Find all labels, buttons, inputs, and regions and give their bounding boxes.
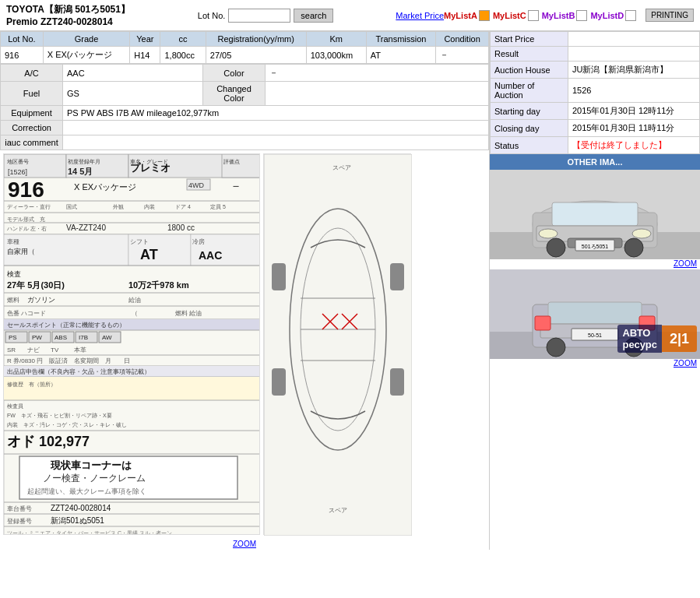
svg-text:PW: PW — [32, 334, 42, 341]
changed-color-value — [266, 82, 489, 106]
mylist-a-checkbox[interactable] — [479, 10, 490, 21]
svg-text:初度登録年月: 初度登録年月 — [68, 159, 100, 164]
mylist-d-checkbox[interactable] — [625, 10, 636, 21]
condition-value: － — [436, 47, 489, 64]
inspection-svg: 地区番号 初度登録年月 車名・グレード 評価点 [1526] 14 5月 プレミ… — [4, 154, 260, 535]
svg-text:501ろ5051: 501ろ5051 — [582, 244, 608, 249]
svg-rect-129 — [548, 302, 642, 324]
col-lot-no: Lot No. — [1, 32, 44, 47]
svg-text:モデル形式　充: モデル形式 充 — [7, 216, 45, 223]
changed-color-label: Changed Color — [203, 82, 266, 106]
svg-text:検査員: 検査員 — [7, 403, 23, 410]
svg-text:ノー検査・ノークレーム: ノー検査・ノークレーム — [43, 473, 146, 484]
svg-text:AW: AW — [102, 334, 112, 341]
svg-text:4WD: 4WD — [188, 181, 205, 189]
inspection-area: 地区番号 初度登録年月 車名・グレード 評価点 [1526] 14 5月 プレミ… — [0, 150, 489, 538]
closing-day-label: Closing day — [491, 120, 568, 137]
other-images-header: OTHER IMA... — [490, 154, 700, 170]
vehicle-table: Lot No. Grade Year cc Registration(yy/mm… — [0, 31, 489, 64]
svg-text:地区番号: 地区番号 — [6, 159, 29, 164]
col-registration: Registration(yy/mm) — [206, 32, 306, 47]
registration-value: 27/05 — [206, 47, 306, 64]
svg-rect-117 — [552, 202, 638, 226]
svg-text:ツール・ミニエア・タイヤ・バー・サービス C・黒縄 スル・者: ツール・ミニエア・タイヤ・バー・サービス C・黒縄 スル・者ーン — [7, 530, 172, 535]
svg-rect-107 — [390, 368, 404, 396]
mylist-c-checkbox[interactable] — [528, 10, 539, 21]
svg-text:ナビ: ナビ — [27, 346, 40, 354]
right-panel: Start Price Result Auction House JU新潟【新潟… — [490, 31, 700, 550]
svg-rect-105 — [390, 263, 404, 290]
lot-no-label: Lot No. — [198, 11, 225, 20]
svg-text:オド 102,977: オド 102,977 — [7, 434, 90, 449]
inspection-zoom-link[interactable]: ZOOM — [6, 540, 483, 548]
svg-text:定員 5: 定員 5 — [210, 204, 226, 210]
watermark-number: 2|1 — [662, 325, 697, 353]
svg-text:給油: 給油 — [128, 297, 141, 304]
search-input[interactable] — [228, 9, 290, 23]
svg-text:VA-ZZT240: VA-ZZT240 — [66, 223, 106, 232]
svg-rect-97 — [264, 154, 412, 536]
car-front-image: 501ろ5051 — [490, 170, 700, 259]
svg-point-135 — [547, 338, 565, 357]
svg-text:起起問違い、最大クレーム事項を除く: 起起問違い、最大クレーム事項を除く — [27, 487, 146, 495]
car-diagram: スペア — [263, 153, 411, 535]
svg-text:（: （ — [82, 310, 138, 317]
svg-text:セールスポイント（正常に機能するもの）: セールスポイント（正常に機能するもの） — [7, 322, 125, 329]
vehicle-title: TOYOTA【新潟 501ろ5051】 Premio ZZT240-002801… — [6, 3, 182, 27]
left-panel: Lot No. Grade Year cc Registration(yy/mm… — [0, 31, 490, 550]
printing-button[interactable]: PRINTING — [645, 9, 694, 22]
status-value: 【受付は終了しました】 — [568, 137, 700, 154]
svg-text:[1526]: [1526] — [8, 168, 27, 176]
inspection-doc: 地区番号 初度登録年月 車名・グレード 評価点 [1526] 14 5月 プレミ… — [3, 153, 260, 535]
car-front-container: 501ろ5051 ZOOM — [490, 170, 700, 268]
ac-value: AAC — [63, 65, 203, 82]
correction-label: Correction — [1, 121, 63, 135]
iauc-comment-value — [63, 135, 489, 150]
svg-rect-76 — [4, 377, 260, 400]
auction-house-value: JU新潟【新潟県新潟市】 — [568, 62, 700, 79]
col-km: Km — [306, 32, 366, 47]
svg-text:TV: TV — [51, 346, 59, 354]
svg-text:色番 ハコード: 色番 ハコード — [7, 310, 46, 317]
search-button[interactable]: search — [294, 9, 333, 23]
starting-day-label: Starting day — [491, 103, 568, 120]
svg-rect-131 — [535, 316, 551, 330]
svg-text:国式: 国式 — [66, 204, 77, 209]
front-zoom-link[interactable]: ZOOM — [490, 259, 700, 268]
col-transmission: Transmission — [366, 32, 436, 47]
market-price-link[interactable]: Market Price — [396, 11, 444, 20]
svg-text:検査: 検査 — [7, 270, 21, 278]
svg-text:916: 916 — [8, 178, 44, 202]
svg-text:AAC: AAC — [199, 249, 222, 262]
mylist-b: MyListB — [542, 10, 588, 21]
details-table: A/C AAC Color － Fuel GS Changed Color Eq… — [0, 64, 489, 150]
svg-text:X EXパッケージ: X EXパッケージ — [74, 182, 136, 192]
svg-text:プレミオ: プレミオ — [130, 162, 171, 174]
header: TOYOTA【新潟 501ろ5051】 Premio ZZT240-002801… — [0, 0, 700, 31]
svg-text:燃料 給油: 燃料 給油 — [175, 310, 202, 317]
equipment-label: Equipment — [1, 106, 63, 121]
mylist-b-checkbox[interactable] — [576, 10, 587, 21]
mylist-a: MyListA — [444, 10, 490, 21]
svg-text:50-51: 50-51 — [588, 332, 602, 338]
color-label: Color — [203, 65, 266, 82]
car-front-svg: 501ろ5051 — [490, 170, 700, 259]
svg-point-120 — [632, 229, 651, 238]
svg-text:自家用（: 自家用（ — [7, 248, 35, 255]
svg-text:現状車コーナーは: 現状車コーナーは — [50, 459, 132, 471]
start-price-label: Start Price — [491, 32, 568, 47]
inspection-zoom-section: ZOOM — [0, 538, 489, 550]
svg-text:ドア 4: ドア 4 — [175, 204, 191, 209]
rear-zoom-link[interactable]: ZOOM — [490, 359, 700, 368]
svg-text:PS: PS — [9, 334, 17, 341]
svg-text:燃料: 燃料 — [7, 297, 19, 304]
svg-text:車種: 車種 — [7, 238, 19, 245]
km-value: 103,000km — [306, 47, 366, 64]
starting-day-value: 2015年01月30日 12時11分 — [568, 103, 700, 120]
result-label: Result — [491, 47, 568, 62]
svg-text:ZZT240-0028014: ZZT240-0028014 — [51, 504, 111, 512]
iauc-comment-label: iauc comment — [1, 135, 63, 150]
car-diagram-svg: スペア — [264, 154, 412, 536]
equipment-value: PS PW ABS I7B AW mileage102,977km — [63, 106, 489, 121]
mylist-section: MyListA MyListC MyListB MyListD PRINTING — [444, 9, 694, 22]
